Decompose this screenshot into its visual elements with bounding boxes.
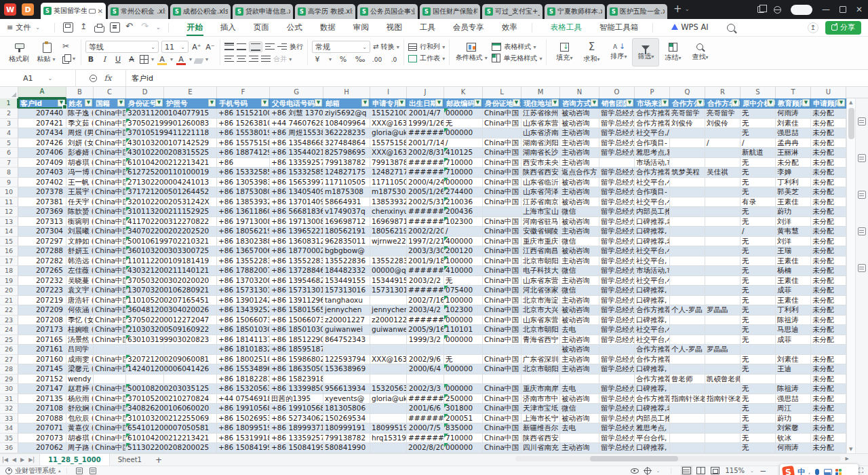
panel-settings-icon[interactable] — [858, 117, 866, 126]
cell-B5[interactable]: 刘妍 (女) — [66, 138, 94, 149]
cell-T23[interactable]: 陈祖涛 — [776, 316, 811, 326]
cell-C7[interactable]: China中国 — [94, 158, 126, 168]
cell-O11[interactable]: 留学总经办 — [599, 197, 635, 208]
file-tab-3[interactable]: S贷款申请信息.xlsx — [233, 4, 293, 19]
row-number-5[interactable]: 5 — [0, 138, 18, 149]
cell-G3[interactable]: +44 7460762888 — [270, 119, 323, 129]
freeze-button[interactable]: 冻结▾ — [659, 38, 686, 66]
ime-emoji-icon[interactable]: , — [808, 468, 810, 475]
cell-K21[interactable]: 100000 — [444, 296, 483, 306]
cell-P9[interactable]: 社交平台,小 — [635, 178, 670, 188]
cell-S34[interactable]: 无 — [741, 423, 776, 434]
cell-I10[interactable]: m1875308 — [370, 187, 407, 197]
cell-D11[interactable]: 32010220020531242X — [126, 197, 164, 208]
cell-G21[interactable]: +86 1391129694 — [270, 296, 323, 306]
cell-U10[interactable]: 未分配 — [811, 187, 846, 197]
cell-U6[interactable]: 未分配 — [811, 148, 846, 158]
cell-T25[interactable]: 成菲 — [776, 335, 811, 345]
cell-B25[interactable]: 汤景然 (女 — [66, 335, 94, 345]
cell-Q25[interactable] — [670, 335, 705, 345]
cell-R6[interactable] — [705, 148, 741, 158]
cell-A6[interactable]: 207406 — [18, 148, 66, 158]
cell-G25[interactable]: +86 1851229020 — [270, 335, 323, 345]
column-header-O[interactable]: O — [599, 87, 635, 98]
cell-J8[interactable]: ######## — [407, 168, 444, 178]
cell-A26[interactable]: 207161 — [18, 345, 66, 355]
cell-D35[interactable]: 610104200212213421 — [126, 434, 164, 444]
new-document-caret-icon[interactable]: ⌄ — [685, 5, 690, 12]
column-header-E[interactable]: E — [164, 87, 217, 98]
cell-N33[interactable]: 被动咨询 — [560, 414, 599, 424]
file-tab-9[interactable]: S医护五险一金.xlsx — [607, 4, 667, 19]
cell-T4[interactable]: 强思喆 — [776, 128, 811, 138]
cell-G30[interactable]: +86 1339985047 — [270, 384, 323, 394]
table-style-button[interactable]: 表格样式 ▾ — [504, 42, 536, 52]
cell-U33[interactable]: 未分配 — [811, 414, 846, 424]
row-number-26[interactable]: 26 — [0, 345, 18, 355]
cell-F30[interactable]: +86 15320563 — [217, 384, 270, 394]
cell-R17[interactable] — [705, 256, 741, 267]
cell-N3[interactable]: 被动咨询 — [560, 119, 599, 129]
cell-R8[interactable]: 吴佳祺 — [705, 168, 741, 178]
cell-P30[interactable]: 口碑推荐, — [635, 384, 670, 394]
table-header-T[interactable]: 教育顾问▼ — [776, 98, 811, 109]
cell-J12[interactable]: ######## — [407, 207, 444, 217]
cell-H31[interactable]: xyevents@ — [323, 394, 370, 404]
cell-F3[interactable]: +86 15263810 — [217, 119, 270, 129]
cell-N10[interactable]: 主动咨询 — [560, 187, 599, 197]
cell-U24[interactable]: 未分配 — [811, 325, 846, 335]
cell-D21[interactable]: 110105200207165451 — [126, 296, 164, 306]
cell-H7[interactable]: 799138782 — [323, 158, 370, 168]
cell-C25[interactable]: China中国 — [94, 335, 126, 345]
cell-C11[interactable]: China中国 — [94, 197, 126, 208]
cell-B21[interactable]: 唐浩轩 (男 — [66, 296, 94, 306]
cell-T13[interactable]: 刘洋 — [776, 217, 811, 227]
cell-L29[interactable] — [483, 375, 521, 385]
cell-A22[interactable]: 207209 — [18, 305, 66, 316]
cell-G5[interactable]: +86 1354866895 — [270, 138, 323, 149]
cell-L33[interactable]: China中国 — [483, 414, 521, 424]
cell-K26[interactable] — [444, 345, 483, 355]
align-middle-icon[interactable] — [237, 43, 246, 51]
cell-J20[interactable]: ######## — [407, 286, 444, 296]
print-preview-icon[interactable] — [110, 22, 120, 33]
cell-U20[interactable]: 未分配 — [811, 286, 846, 296]
cell-G7[interactable]: +86 1335925706 — [270, 158, 323, 168]
cell-I18[interactable]: 00000@qq — [370, 266, 407, 276]
cell-L35[interactable]: China中国 — [483, 434, 521, 444]
cell-O24[interactable]: 留学总经办 — [599, 325, 635, 335]
cell-S32[interactable]: 无 — [741, 404, 776, 414]
cell-H11[interactable]: 58664931 — [323, 197, 370, 208]
page-view-icon[interactable] — [711, 467, 719, 474]
cell-A4[interactable]: 207434 — [18, 128, 66, 138]
cell-P20[interactable]: 口碑推荐, — [635, 286, 670, 296]
cell-D15[interactable]: 500106199702210321 — [126, 237, 164, 247]
save-icon[interactable] — [63, 22, 73, 33]
cell-R29[interactable]: 凯硕曾老师 — [705, 375, 741, 385]
cell-K17[interactable]: 100000 — [444, 256, 483, 267]
cell-T21[interactable]: 王素佳 — [776, 296, 811, 306]
cell-S25[interactable]: 无 — [741, 335, 776, 345]
sheet-tab-1[interactable]: Sheet1 — [110, 454, 150, 466]
cell-R33[interactable] — [705, 414, 741, 424]
cell-M11[interactable]: 江苏省南京 — [521, 197, 560, 208]
cell-T3[interactable]: 刘素佳 — [776, 119, 811, 129]
cell-C33[interactable]: China中国 — [94, 414, 126, 424]
row-number-8[interactable]: 8 — [0, 168, 18, 178]
cell-Q16[interactable] — [670, 246, 705, 256]
cell-I14[interactable]: 180562195 — [370, 227, 407, 237]
cell-A24[interactable]: 207173 — [18, 325, 66, 335]
cell-B23[interactable]: 季忆 (女) — [66, 316, 94, 326]
cell-U32[interactable]: 未分配 — [811, 404, 846, 414]
cell-A8[interactable]: 207403 — [18, 168, 66, 178]
cell-G32[interactable]: +86 1991056889 — [270, 404, 323, 414]
column-header-R[interactable]: R — [705, 87, 741, 98]
row-number-23[interactable]: 23 — [0, 316, 18, 326]
cell-O36[interactable]: 留学总经办 — [599, 443, 635, 453]
cell-H36[interactable]: 580841990 — [323, 443, 370, 453]
cell-T19[interactable]: 王素佳 — [776, 276, 811, 286]
decrease-decimal-button[interactable]: .0 — [389, 56, 399, 63]
cell-I31[interactable]: gloria@uk — [370, 394, 407, 404]
cell-H10[interactable]: m1875308 — [323, 187, 370, 197]
cell-U21[interactable]: 未分配 — [811, 296, 846, 306]
